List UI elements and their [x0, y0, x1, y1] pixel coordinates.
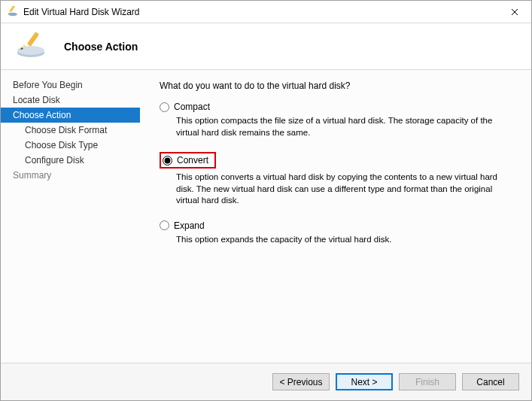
close-button[interactable]: [497, 1, 531, 23]
page-title: Choose Action: [64, 41, 138, 53]
body: Before You BeginLocate DiskChoose Action…: [1, 70, 531, 363]
question-text: What do you want to do to the virtual ha…: [160, 81, 516, 91]
option-expand: Expand: [160, 220, 516, 231]
option-desc-convert: This option converts a virtual hard disk…: [176, 172, 512, 207]
titlebar: Edit Virtual Hard Disk Wizard: [1, 1, 531, 23]
option-label-compact: Compact: [174, 102, 210, 112]
footer: < Previous Next > Finish Cancel: [1, 363, 531, 400]
svg-point-2: [8, 13, 17, 16]
radio-compact[interactable]: [160, 102, 169, 112]
svg-point-4: [17, 46, 44, 55]
highlight-convert: Convert: [160, 152, 216, 169]
wizard-window: Edit Virtual Hard Disk Wizard Choose Act…: [0, 0, 532, 401]
sidebar-item-configure-disk[interactable]: Configure Disk: [1, 153, 140, 168]
svg-rect-5: [27, 32, 39, 47]
option-compact: Compact: [160, 102, 516, 112]
next-button[interactable]: Next >: [336, 373, 393, 390]
app-icon: [7, 5, 19, 19]
header: Choose Action: [1, 23, 531, 70]
wizard-icon: [14, 30, 50, 62]
option-desc-expand: This option expands the capacity of the …: [176, 234, 512, 246]
sidebar-item-before-you-begin[interactable]: Before You Begin: [1, 77, 140, 93]
radio-expand[interactable]: [160, 220, 169, 230]
sidebar-item-locate-disk[interactable]: Locate Disk: [1, 93, 140, 108]
finish-button[interactable]: Finish: [399, 373, 456, 390]
previous-button[interactable]: < Previous: [272, 373, 330, 390]
window-title: Edit Virtual Hard Disk Wizard: [23, 7, 497, 17]
option-label-expand: Expand: [174, 220, 205, 231]
sidebar-item-summary[interactable]: Summary: [1, 168, 140, 183]
cancel-button[interactable]: Cancel: [462, 373, 519, 390]
sidebar-item-choose-action[interactable]: Choose Action: [1, 108, 140, 123]
sidebar-item-choose-disk-format[interactable]: Choose Disk Format: [1, 123, 140, 138]
option-convert: Convert: [160, 152, 516, 169]
sidebar-item-choose-disk-type[interactable]: Choose Disk Type: [1, 138, 140, 153]
radio-convert[interactable]: [163, 156, 172, 166]
option-label-convert: Convert: [177, 155, 208, 166]
option-desc-compact: This option compacts the file size of a …: [176, 115, 512, 138]
svg-rect-0: [9, 5, 15, 12]
content-pane: What do you want to do to the virtual ha…: [140, 70, 531, 363]
sidebar: Before You BeginLocate DiskChoose Action…: [1, 70, 140, 363]
